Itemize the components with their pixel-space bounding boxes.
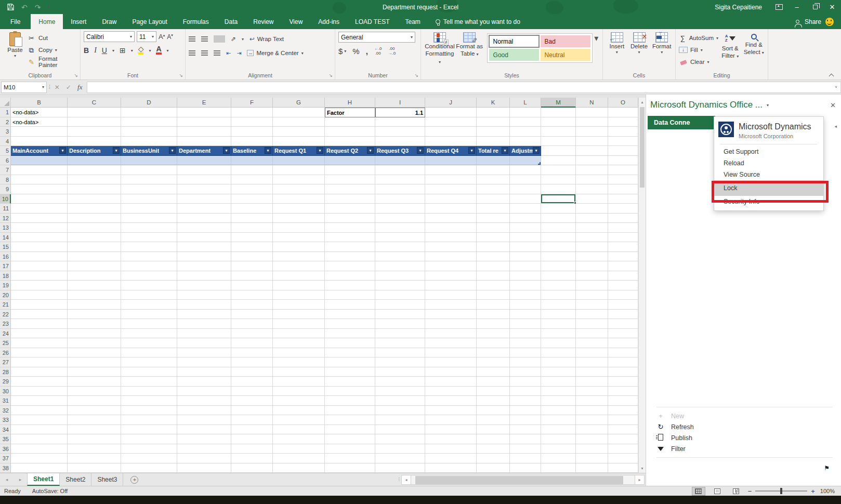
cell-E20[interactable]: [177, 290, 231, 300]
cell-N15[interactable]: [576, 242, 608, 252]
cell-C14[interactable]: [68, 233, 121, 243]
cell-M35[interactable]: [541, 434, 576, 444]
cell-K13[interactable]: [477, 223, 510, 233]
page-break-view-button[interactable]: [729, 487, 743, 496]
cell-D8[interactable]: [121, 175, 177, 185]
column-header-F[interactable]: F: [231, 98, 273, 108]
cell-K16[interactable]: [477, 252, 510, 262]
cell-D7[interactable]: [121, 165, 177, 175]
cell-C12[interactable]: [68, 214, 121, 223]
cell-G31[interactable]: [273, 396, 325, 406]
cell-J30[interactable]: [425, 387, 477, 396]
cell-O35[interactable]: [608, 434, 638, 444]
row-header-11[interactable]: 11: [0, 204, 11, 214]
cell-O36[interactable]: [608, 444, 638, 454]
cell-C25[interactable]: [68, 338, 121, 348]
row-header-13[interactable]: 13: [0, 223, 11, 233]
insert-function-icon[interactable]: fx: [75, 83, 85, 91]
cell-E4[interactable]: [177, 137, 231, 147]
cell-H24[interactable]: [325, 329, 375, 339]
cell-K33[interactable]: [477, 415, 510, 425]
cell-M17[interactable]: [541, 261, 576, 271]
accounting-format-button[interactable]: $: [338, 47, 343, 56]
data-connector-tab[interactable]: Data Conne: [648, 116, 715, 129]
cell-D15[interactable]: [121, 242, 177, 252]
row-header-36[interactable]: 36: [0, 444, 11, 454]
cell-N5[interactable]: [576, 146, 608, 156]
cell-J31[interactable]: [425, 396, 477, 406]
cell-B35[interactable]: [11, 434, 68, 444]
cell-L20[interactable]: [510, 290, 541, 300]
cell-C37[interactable]: [68, 454, 121, 463]
cell-C9[interactable]: [68, 184, 121, 194]
zoom-slider-thumb[interactable]: [780, 488, 782, 494]
orientation-button[interactable]: ⇗: [231, 35, 236, 43]
cell-H1[interactable]: Factor: [325, 108, 375, 117]
clear-button[interactable]: Clear▾: [679, 57, 718, 67]
cell-K17[interactable]: [477, 261, 510, 271]
cell-G26[interactable]: [273, 348, 325, 358]
cell-J38[interactable]: [425, 463, 477, 473]
cell-J6[interactable]: [425, 156, 477, 166]
cell-J32[interactable]: [425, 406, 477, 416]
cell-J10[interactable]: [425, 194, 477, 204]
cell-O26[interactable]: [608, 348, 638, 358]
cell-H34[interactable]: [325, 425, 375, 435]
cell-E3[interactable]: [177, 127, 231, 137]
cell-O37[interactable]: [608, 454, 638, 463]
task-pane-close-icon[interactable]: ✕: [830, 101, 836, 109]
cell-F34[interactable]: [231, 425, 273, 435]
delete-cells-button[interactable]: ✕ Delete▾: [628, 31, 651, 55]
cell-H19[interactable]: [325, 281, 375, 290]
cell-G33[interactable]: [273, 415, 325, 425]
cell-D13[interactable]: [121, 223, 177, 233]
cell-H9[interactable]: [325, 184, 375, 194]
row-header-22[interactable]: 22: [0, 310, 11, 320]
cell-N17[interactable]: [576, 261, 608, 271]
cell-E7[interactable]: [177, 165, 231, 175]
cell-N33[interactable]: [576, 415, 608, 425]
cell-B7[interactable]: [11, 165, 68, 175]
cell-I26[interactable]: [375, 348, 425, 358]
cell-B36[interactable]: [11, 444, 68, 454]
cell-H25[interactable]: [325, 338, 375, 348]
cell-D12[interactable]: [121, 214, 177, 223]
cell-K15[interactable]: [477, 242, 510, 252]
cell-N19[interactable]: [576, 281, 608, 290]
cell-G2[interactable]: [273, 117, 325, 127]
cell-F26[interactable]: [231, 348, 273, 358]
paste-button[interactable]: Paste▾: [3, 31, 27, 58]
row-header-35[interactable]: 35: [0, 434, 11, 444]
cell-C10[interactable]: [68, 194, 121, 204]
share-button[interactable]: Share: [805, 18, 821, 25]
scroll-down-icon[interactable]: ▾: [639, 464, 646, 473]
cell-D3[interactable]: [121, 127, 177, 137]
cell-O23[interactable]: [608, 319, 638, 329]
increase-indent-button[interactable]: ⇥: [236, 50, 241, 57]
cell-I27[interactable]: [375, 357, 425, 367]
cell-K12[interactable]: [477, 214, 510, 223]
cell-N25[interactable]: [576, 338, 608, 348]
row-header-27[interactable]: 27: [0, 357, 11, 367]
cell-O15[interactable]: [608, 242, 638, 252]
cell-N11[interactable]: [576, 204, 608, 214]
cell-K20[interactable]: [477, 290, 510, 300]
cell-G34[interactable]: [273, 425, 325, 435]
cell-D1[interactable]: [121, 108, 177, 117]
cell-B13[interactable]: [11, 223, 68, 233]
cell-K31[interactable]: [477, 396, 510, 406]
tab-review[interactable]: Review: [245, 14, 281, 29]
cell-M25[interactable]: [541, 338, 576, 348]
cell-C23[interactable]: [68, 319, 121, 329]
cell-I4[interactable]: [375, 137, 425, 147]
zoom-slider[interactable]: [755, 490, 807, 492]
cell-E6[interactable]: [177, 156, 231, 166]
filter-dropdown-button[interactable]: ▾: [533, 147, 540, 154]
row-header-17[interactable]: 17: [0, 261, 11, 271]
restore-button[interactable]: [806, 0, 823, 14]
row-header-2[interactable]: 2: [0, 117, 11, 127]
cell-I5[interactable]: Request Q3▾: [375, 146, 425, 156]
cell-I32[interactable]: [375, 406, 425, 416]
cell-L3[interactable]: [510, 127, 541, 137]
cell-E29[interactable]: [177, 377, 231, 387]
